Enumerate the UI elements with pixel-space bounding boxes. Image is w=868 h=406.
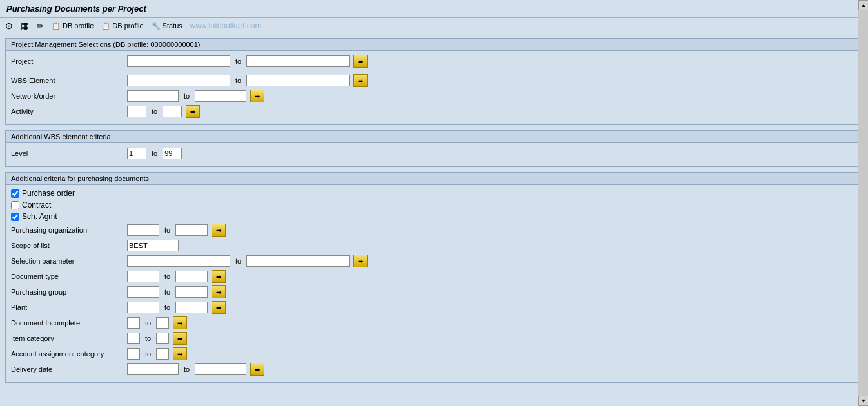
toolbar-status[interactable]: 🔧 Status — [152, 22, 182, 30]
to-label-level: to — [152, 150, 157, 157]
title-bar: Purchasing Documents per Project — [0, 0, 868, 18]
input-purch-group-from[interactable] — [127, 286, 159, 298]
input-item-category-to[interactable] — [156, 333, 169, 344]
section-purchasing-criteria-body: Purchase order Contract Sch. Agmt Purcha… — [6, 185, 862, 382]
section-wbs-criteria: Additional WBS element criteria Level to — [5, 130, 863, 167]
checkbox-sch-agmt[interactable] — [11, 213, 19, 221]
input-level-from[interactable] — [127, 148, 146, 159]
label-contract: Contract — [22, 200, 51, 209]
to-label-purch-org: to — [164, 226, 170, 234]
to-label-network: to — [184, 92, 190, 100]
to-label-plant: to — [164, 304, 170, 311]
input-delivery-date-from[interactable] — [127, 363, 179, 375]
arrow-btn-selection-param[interactable] — [353, 255, 368, 267]
section-wbs-criteria-body: Level to — [6, 143, 862, 166]
toolbar-edit[interactable]: ✏ — [37, 21, 44, 31]
input-selection-param-from[interactable] — [127, 255, 230, 267]
input-level-to[interactable] — [163, 148, 182, 159]
section-project-management-body: Project to WBS Element to Network/order — [6, 51, 862, 124]
row-item-category: Item category to — [11, 332, 857, 345]
input-delivery-date-to[interactable] — [195, 363, 246, 375]
label-wbs-element: WBS Element — [11, 77, 127, 84]
row-level: Level to — [11, 147, 857, 160]
to-label-doc-type: to — [164, 273, 170, 280]
input-doc-type-to[interactable] — [175, 271, 208, 282]
row-activity: Activity to — [11, 105, 857, 118]
input-network-from[interactable] — [127, 90, 179, 102]
input-wbs-to[interactable] — [246, 75, 350, 86]
checkbox-purchase-order[interactable] — [11, 189, 19, 198]
input-item-category-from[interactable] — [127, 333, 140, 344]
arrow-btn-account-assign[interactable] — [173, 347, 187, 360]
status-icon: 🔧 — [152, 22, 161, 30]
input-selection-param-to[interactable] — [246, 255, 350, 267]
arrow-btn-network[interactable] — [250, 90, 264, 102]
scrollbar[interactable]: ▲ ▼ — [858, 0, 868, 395]
arrow-btn-activity[interactable] — [186, 105, 200, 118]
arrow-btn-purch-org[interactable] — [212, 224, 226, 237]
label-purchasing-org: Purchasing organization — [11, 226, 127, 234]
input-doc-incomplete-to[interactable] — [156, 317, 169, 329]
toolbar-grid[interactable]: ▦ — [21, 21, 29, 31]
input-account-assign-from[interactable] — [127, 348, 140, 360]
toolbar-db-profile-2[interactable]: 📋 DB profile — [101, 22, 143, 30]
input-project-to[interactable] — [246, 55, 350, 67]
main-content: Project Management Selections (DB profil… — [0, 34, 868, 395]
back-icon: ⊙ — [5, 21, 13, 31]
input-doc-incomplete-from[interactable] — [127, 317, 140, 329]
scroll-up-btn[interactable]: ▲ — [858, 0, 868, 10]
label-item-category: Item category — [11, 334, 127, 342]
input-plant-to[interactable] — [175, 302, 208, 313]
input-purch-group-to[interactable] — [175, 286, 208, 298]
row-selection-parameter: Selection parameter to — [11, 255, 857, 267]
to-label-account-assign: to — [145, 350, 151, 358]
to-label-wbs: to — [235, 77, 241, 84]
input-doc-type-from[interactable] — [127, 271, 159, 282]
row-purchasing-org: Purchasing organization to — [11, 224, 857, 237]
input-network-to[interactable] — [195, 90, 246, 102]
scroll-track[interactable] — [858, 10, 868, 395]
toolbar-db-profile-1[interactable]: 📋 DB profile — [52, 22, 94, 30]
label-level: Level — [11, 150, 127, 157]
input-scope-of-list[interactable] — [127, 240, 179, 251]
label-plant: Plant — [11, 304, 127, 311]
row-scope-of-list: Scope of list — [11, 239, 857, 252]
checkbox-row-sch-agmt: Sch. Agmt — [11, 212, 857, 221]
label-scope-of-list: Scope of list — [11, 242, 127, 249]
input-purch-org-from[interactable] — [127, 224, 159, 236]
grid-icon: ▦ — [21, 21, 29, 31]
row-document-type: Document type to — [11, 270, 857, 283]
checkbox-row-purchase-order: Purchase order — [11, 189, 857, 198]
arrow-btn-plant[interactable] — [212, 301, 226, 314]
section-purchasing-criteria-header: Additional criteria for purchasing docum… — [6, 173, 862, 185]
input-activity-from[interactable] — [127, 106, 146, 117]
db-icon-1: 📋 — [52, 22, 61, 30]
arrow-btn-item-category[interactable] — [173, 332, 187, 345]
label-purchasing-group: Purchasing group — [11, 288, 127, 296]
to-label-project: to — [235, 57, 241, 65]
section-wbs-criteria-header: Additional WBS element criteria — [6, 131, 862, 143]
input-purch-org-to[interactable] — [175, 224, 208, 236]
label-purchase-order: Purchase order — [22, 189, 75, 198]
row-delivery-date: Delivery date to — [11, 363, 857, 376]
row-doc-incomplete: Document Incomplete to — [11, 316, 857, 329]
arrow-btn-purch-group[interactable] — [212, 285, 226, 298]
label-doc-incomplete: Document Incomplete — [11, 319, 127, 327]
arrow-btn-doc-type[interactable] — [212, 270, 226, 283]
section-project-management: Project Management Selections (DB profil… — [5, 38, 863, 125]
input-activity-to[interactable] — [163, 106, 182, 117]
input-account-assign-to[interactable] — [156, 348, 169, 360]
input-project-from[interactable] — [127, 55, 230, 67]
arrow-btn-delivery-date[interactable] — [250, 363, 264, 376]
arrow-btn-doc-incomplete[interactable] — [173, 316, 187, 329]
checkbox-contract[interactable] — [11, 201, 19, 209]
row-wbs-element: WBS Element to — [11, 74, 857, 87]
toolbar-back[interactable]: ⊙ — [5, 21, 13, 31]
input-wbs-from[interactable] — [127, 75, 230, 86]
arrow-btn-project[interactable] — [353, 55, 368, 68]
arrow-btn-wbs[interactable] — [353, 74, 368, 87]
section-purchasing-criteria: Additional criteria for purchasing docum… — [5, 172, 863, 383]
to-label-item-category: to — [145, 334, 151, 342]
input-plant-from[interactable] — [127, 302, 159, 313]
to-label-activity: to — [152, 108, 157, 115]
